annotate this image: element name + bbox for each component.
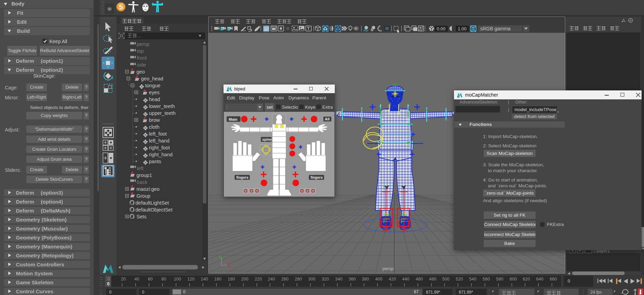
svg-text:eyes: eyes [149,90,160,95]
svg-text:All: All [325,117,330,121]
svg-text:5: 5 [119,3,123,11]
svg-text:360: 360 [349,277,356,282]
svg-text:460: 460 [416,277,423,282]
svg-text:180: 180 [228,277,235,282]
svg-text:pants: pants [149,159,161,164]
svg-text:right_hand: right_hand [149,152,173,157]
svg-text:40: 40 [134,277,139,282]
svg-text:geo_head: geo_head [141,76,163,81]
svg-text:lower_teeth: lower_teeth [149,104,175,109]
svg-text:right_foot: right_foot [149,145,170,150]
svg-text:back: back [137,179,148,185]
svg-text:440: 440 [402,277,409,282]
svg-text:0: 0 [107,277,110,282]
svg-text:spine: spine [262,137,272,141]
svg-text:left_foot: left_foot [149,131,167,137]
svg-text:200: 200 [241,277,248,282]
svg-text:240: 240 [268,277,275,282]
svg-text:140: 140 [201,277,208,282]
svg-text:geo: geo [136,69,145,75]
svg-text:400: 400 [375,277,382,282]
svg-text:120: 120 [187,277,195,282]
svg-text:Main: Main [229,117,237,121]
svg-text:Sets: Sets [136,214,146,219]
svg-text:640: 640 [536,277,543,282]
svg-text:500: 500 [442,277,449,282]
svg-text:580: 580 [496,277,503,282]
svg-text:ON: ON [472,28,475,30]
svg-text:brow: brow [149,117,160,123]
svg-text:head: head [149,97,160,102]
svg-text:280: 280 [295,277,302,282]
svg-text:sRGB gamma: sRGB gamma [480,26,511,31]
svg-text:380: 380 [362,277,369,282]
svg-text:600: 600 [510,277,517,282]
svg-text:cloth: cloth [149,124,160,130]
svg-text:tongue: tongue [145,83,160,88]
svg-text:300: 300 [308,277,315,282]
svg-text:220: 220 [255,277,262,282]
svg-text:group1: group1 [136,173,152,178]
svg-text:left_hand: left_hand [149,138,170,144]
svg-text:100: 100 [174,277,181,282]
svg-text:persp: persp [382,266,394,271]
svg-text:defaultObjectSet: defaultObjectSet [135,207,172,213]
svg-text:fingers: fingers [236,175,248,179]
svg-text:upper_teeth: upper_teeth [149,110,176,116]
svg-text:y: y [219,254,221,258]
svg-text:420: 420 [389,277,396,282]
svg-text:maozi:geo: maozi:geo [136,186,160,192]
svg-text:660: 660 [550,277,557,282]
svg-text:20: 20 [121,277,126,282]
svg-text:0.00: 0.00 [437,26,445,31]
svg-text:top: top [137,48,144,54]
svg-text:340: 340 [335,277,342,282]
svg-text:x: x [229,265,231,269]
svg-text:620: 620 [523,277,530,282]
svg-text:0: 0 [107,281,110,286]
svg-text:80: 80 [161,277,166,282]
svg-text:160: 160 [214,277,221,282]
svg-text:fingers: fingers [311,175,323,179]
svg-text:260: 260 [281,277,288,282]
svg-text:480: 480 [429,277,436,282]
svg-text:60: 60 [148,277,153,282]
svg-text:540: 540 [469,277,476,282]
svg-text:side: side [137,62,146,68]
svg-text:persp: persp [137,41,149,47]
svg-text:560: 560 [483,277,490,282]
svg-text:T: T [307,26,310,31]
svg-text:520: 520 [456,277,463,282]
svg-text:defaultLightSet: defaultLightSet [135,200,169,206]
svg-text:left: left [137,166,143,171]
svg-text:320: 320 [322,277,329,282]
svg-text:front: front [137,55,147,61]
svg-text:Group: Group [136,193,150,199]
svg-text:1.00: 1.00 [458,26,466,31]
